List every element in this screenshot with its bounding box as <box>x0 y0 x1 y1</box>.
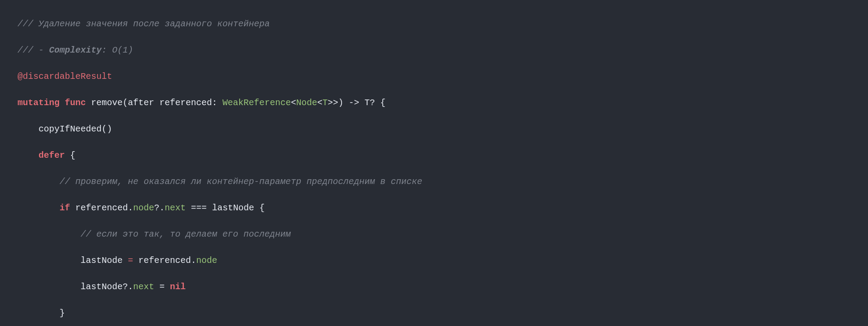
keyword: defer <box>39 150 65 160</box>
type: T <box>322 98 328 108</box>
property: next <box>165 203 186 213</box>
code-line: } <box>0 307 868 320</box>
property: node <box>133 203 154 213</box>
code-line: lastNode?.next = nil <box>0 280 868 294</box>
code-line: mutating func remove(after referenced: W… <box>0 96 868 110</box>
keyword-nil: nil <box>170 282 186 292</box>
comment: // если это так, то делаем его последним <box>18 229 291 239</box>
code-line: // если это так, то делаем его последним <box>0 228 868 241</box>
comment: // проверим, не оказался ли контейнер-па… <box>18 177 422 187</box>
code-line: @discardableResult <box>0 70 868 83</box>
property: node <box>196 255 217 266</box>
keyword: func <box>65 98 86 108</box>
code-line: /// Удаление значения после заданного ко… <box>0 18 868 31</box>
type: Node <box>296 98 317 108</box>
code-line: copyIfNeeded() <box>0 123 868 136</box>
comment-strong: Complexity <box>49 45 102 55</box>
keyword: if <box>60 203 70 213</box>
comment: /// - <box>18 45 49 55</box>
code-line: if referenced.node?.next === lastNode { <box>0 202 868 215</box>
code-editor[interactable]: /// Удаление значения после заданного ко… <box>0 0 868 326</box>
keyword: mutating <box>18 98 60 108</box>
code-line: lastNode = referenced.node <box>0 254 868 267</box>
comment: : O(1) <box>102 45 133 55</box>
comment: /// Удаление значения после заданного ко… <box>18 19 270 29</box>
func-sig: remove(after referenced: <box>86 98 222 108</box>
code-line: // проверим, не оказался ли контейнер-па… <box>0 175 868 188</box>
code-line: /// - Complexity: O(1) <box>0 44 868 57</box>
property: next <box>133 282 154 292</box>
code-line: defer { <box>0 149 868 162</box>
type: WeakReference <box>222 98 291 108</box>
attribute: @discardableResult <box>18 71 112 82</box>
operator: = <box>128 255 133 266</box>
